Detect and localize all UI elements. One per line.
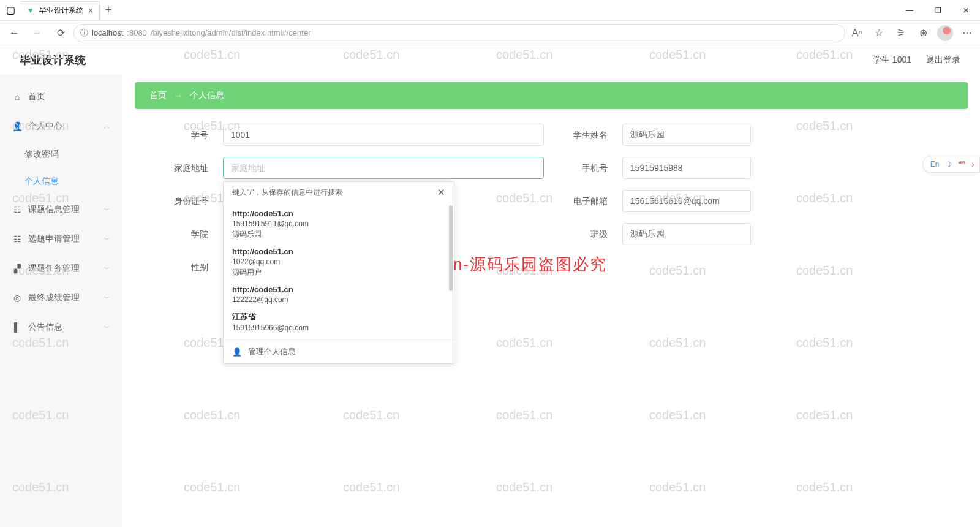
sidebar-item-personal[interactable]: 👤个人中心︿ <box>0 112 123 141</box>
chevron-down-icon: ﹀ <box>104 264 110 273</box>
browser-tab[interactable]: ▼ 毕业设计系统 × <box>21 1 100 20</box>
refresh-button[interactable]: ⟳ <box>50 23 71 44</box>
sidebar-item-topic-task[interactable]: ▞课题任务管理﹀ <box>0 254 123 283</box>
star-icon[interactable]: ☆ <box>870 24 888 42</box>
chevron-down-icon: ﹀ <box>104 323 110 332</box>
suggest-item[interactable]: http://code51.cn15915915911@qq.com源码乐园 <box>224 205 454 243</box>
target-icon: ◎ <box>12 293 22 303</box>
label-student-id: 学号 <box>159 124 208 146</box>
sidebar-sub-change-password[interactable]: 修改密码 <box>0 141 123 168</box>
input-student-id[interactable] <box>223 124 544 146</box>
label-address: 家庭地址 <box>159 157 208 179</box>
window-controls: — ❐ ✕ <box>895 0 980 21</box>
input-class[interactable] <box>622 223 751 245</box>
chevron-right-icon[interactable]: › <box>971 159 974 169</box>
label-idno: 身份证号 <box>159 190 208 212</box>
floating-toolbar[interactable]: En ☽ ❝❞ › <box>922 156 980 173</box>
moon-icon[interactable]: ☽ <box>945 160 952 169</box>
url-path: /biyeshejixitong/admin/dist/index.html#/… <box>151 28 311 37</box>
autofill-suggest-popup: 键入"/"，从保存的信息中进行搜索✕ http://code51.cn15915… <box>223 181 454 364</box>
close-suggest-icon[interactable]: ✕ <box>437 187 445 198</box>
suggest-item[interactable]: http://code51.cn1022@qq.com源码用户 <box>224 243 454 281</box>
quote-icon[interactable]: ❝❞ <box>958 160 965 169</box>
minimize-button[interactable]: — <box>895 0 924 21</box>
tab-close-icon[interactable]: × <box>88 6 93 15</box>
favorites-icon[interactable]: ⚞ <box>892 24 910 42</box>
tabs-overview-icon[interactable]: ▢ <box>0 0 21 21</box>
lang-indicator[interactable]: En <box>930 160 940 169</box>
chevron-up-icon: ︿ <box>104 122 110 131</box>
sidebar-item-final-grade[interactable]: ◎最终成绩管理﹀ <box>0 283 123 313</box>
current-user[interactable]: 学生 1001 <box>873 55 911 66</box>
chart-icon: ▞ <box>12 264 22 273</box>
url-host: localhost <box>92 28 123 37</box>
vue-favicon-icon: ▼ <box>27 6 34 15</box>
chevron-down-icon: ﹀ <box>104 205 110 214</box>
manage-personal-info[interactable]: 👤管理个人信息 <box>224 339 454 363</box>
label-name: 学生姓名 <box>559 124 608 146</box>
tab-title: 毕业设计系统 <box>39 6 83 16</box>
reading-mode-icon[interactable]: Aⁿ <box>848 24 866 42</box>
menu-icon[interactable]: ⋯ <box>958 24 976 42</box>
collections-icon[interactable]: ⊕ <box>914 24 932 42</box>
profile-avatar[interactable] <box>936 24 954 42</box>
sidebar: ⌂首页 👤个人中心︿ 修改密码 个人信息 ☷课题信息管理﹀ ☷选题申请管理﹀ ▞… <box>0 45 123 527</box>
label-email: 电子邮箱 <box>559 190 608 212</box>
new-tab-button[interactable]: + <box>100 4 117 17</box>
sidebar-item-notice[interactable]: ▌公告信息﹀ <box>0 313 123 342</box>
list-icon: ☷ <box>12 234 22 244</box>
user-icon: 👤 <box>12 121 22 131</box>
app-title: 毕业设计系统 <box>20 53 86 67</box>
breadcrumb-current: 个人信息 <box>190 90 224 101</box>
back-button[interactable]: ← <box>4 23 24 44</box>
window-titlebar: ▢ ▼ 毕业设计系统 × + — ❐ ✕ <box>0 0 980 21</box>
maximize-button[interactable]: ❐ <box>924 0 952 21</box>
suggest-item[interactable]: http://code51.cn122222@qq.com <box>224 281 454 308</box>
label-gender: 性别 <box>159 256 208 278</box>
label-phone: 手机号 <box>559 157 608 179</box>
breadcrumb: 首页 → 个人信息 <box>135 82 968 109</box>
forward-button[interactable]: → <box>27 23 48 44</box>
close-window-button[interactable]: ✕ <box>952 0 980 21</box>
sidebar-sub-profile[interactable]: 个人信息 <box>0 168 123 195</box>
sidebar-item-home[interactable]: ⌂首页 <box>0 82 123 112</box>
home-icon: ⌂ <box>12 92 22 102</box>
app-header: 毕业设计系统 学生 1001 退出登录 <box>0 45 980 75</box>
logout-link[interactable]: 退出登录 <box>926 55 960 66</box>
label-class: 班级 <box>559 223 608 245</box>
site-info-icon[interactable]: ⓘ <box>80 28 88 39</box>
chevron-down-icon: ﹀ <box>104 294 110 303</box>
input-phone[interactable] <box>622 157 751 179</box>
suggest-hint: 键入"/"，从保存的信息中进行搜索 <box>232 188 342 198</box>
suggest-item[interactable]: 江苏省15915915966@qq.com <box>224 308 454 336</box>
sidebar-item-select-apply[interactable]: ☷选题申请管理﹀ <box>0 224 123 254</box>
list-icon: ☷ <box>12 205 22 214</box>
breadcrumb-home[interactable]: 首页 <box>149 90 167 101</box>
input-email[interactable] <box>622 190 751 212</box>
label-college: 学院 <box>159 223 208 245</box>
tab-strip: ▢ ▼ 毕业设计系统 × + <box>0 0 117 20</box>
profile-form: 学号 学生姓名 家庭地址 键入"/"，从保存的信息中进行搜索✕ http://c… <box>135 124 968 278</box>
scrollbar-thumb[interactable] <box>449 205 453 291</box>
address-bar: ← → ⟳ ⓘ localhost:8080/biyeshejixitong/a… <box>0 21 980 45</box>
input-name[interactable] <box>622 124 751 146</box>
url-input[interactable]: ⓘ localhost:8080/biyeshejixitong/admin/d… <box>74 24 845 42</box>
chevron-down-icon: ﹀ <box>104 235 110 244</box>
main-content: 首页 → 个人信息 学号 学生姓名 家庭地址 键入"/"，从保存的信息中进行搜索… <box>123 45 980 527</box>
input-address[interactable] <box>223 157 544 179</box>
sidebar-item-topic-info[interactable]: ☷课题信息管理﹀ <box>0 195 123 224</box>
person-card-icon: 👤 <box>232 347 242 357</box>
bar-icon: ▌ <box>12 322 22 332</box>
breadcrumb-separator-icon: → <box>174 91 183 100</box>
